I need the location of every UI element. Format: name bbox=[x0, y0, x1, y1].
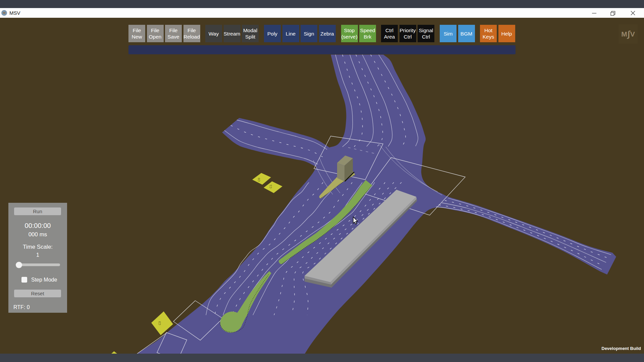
svg-text:C1: C1 bbox=[269, 184, 272, 188]
svg-text:C0: C0 bbox=[257, 178, 261, 182]
svg-text:C3: C3 bbox=[158, 321, 161, 325]
